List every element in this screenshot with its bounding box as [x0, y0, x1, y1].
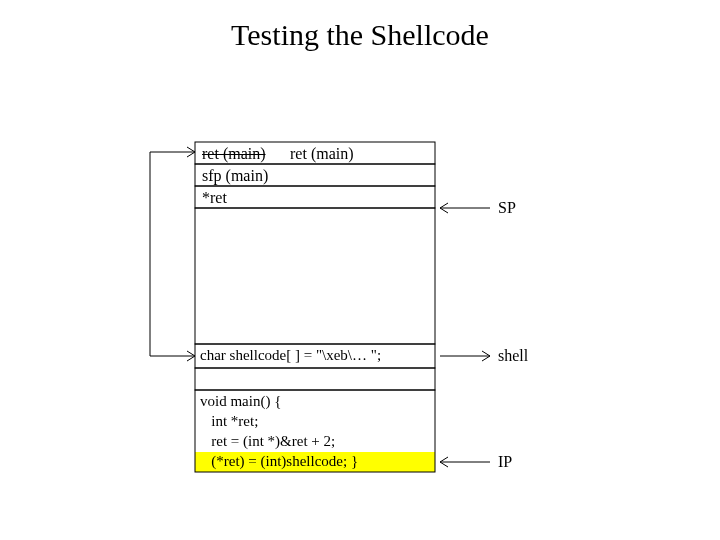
arrow-ip	[440, 457, 490, 467]
text-ret-main-new: ret (main)	[290, 146, 354, 162]
text-main-3: ret = (int *)&ret + 2;	[200, 434, 335, 449]
arrow-sp	[440, 203, 490, 213]
cell-star-ret	[195, 186, 435, 208]
slide-title: Testing the Shellcode	[0, 18, 720, 52]
text-main-2: int *ret;	[200, 414, 258, 429]
label-ip: IP	[498, 454, 512, 470]
arrow-shell	[440, 351, 490, 361]
arrow-ret-to-shellcode	[150, 147, 195, 361]
label-sp: SP	[498, 200, 516, 216]
cell-gap-2	[195, 368, 435, 390]
label-shell: shell	[498, 348, 528, 364]
text-main-4: (*ret) = (int)shellcode; }	[200, 454, 358, 469]
text-shellcode: char shellcode[ ] = "\xeb\… ";	[200, 348, 381, 363]
text-star-ret: *ret	[202, 190, 227, 206]
cell-gap-1	[195, 208, 435, 344]
text-main-1: void main() {	[200, 394, 281, 409]
text-sfp-main: sfp (main)	[202, 168, 268, 184]
diagram-canvas	[0, 0, 720, 540]
text-ret-main-struck: ret (main)	[202, 146, 266, 162]
